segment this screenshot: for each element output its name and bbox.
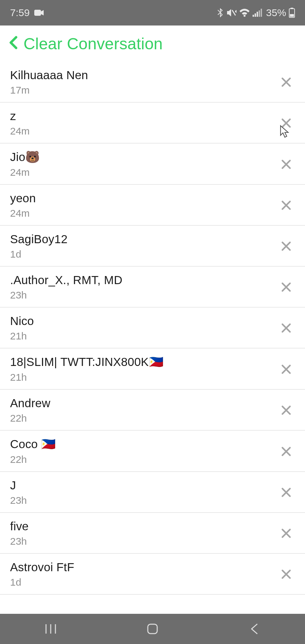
status-bar: 7:59 35%	[0, 0, 305, 25]
battery-percent: 35%	[266, 7, 286, 18]
timestamp: 24m	[10, 167, 40, 178]
conversation-row[interactable]: J 23h	[0, 472, 305, 513]
clear-button[interactable]	[277, 525, 295, 542]
svg-point-2	[244, 15, 246, 17]
svg-rect-0	[34, 10, 41, 16]
contact-name: Kilhuaaaa Nen	[10, 68, 88, 82]
clear-button[interactable]	[277, 319, 295, 337]
svg-rect-7	[261, 9, 262, 17]
timestamp: 24m	[10, 125, 30, 137]
status-left: 7:59	[10, 7, 44, 18]
clear-button[interactable]	[277, 73, 295, 91]
contact-name: z	[10, 109, 30, 123]
row-info: Jio🐻 24m	[10, 150, 40, 178]
contact-name: Nico	[10, 314, 34, 328]
battery-icon	[289, 8, 295, 18]
timestamp: 24m	[10, 208, 36, 219]
clear-button[interactable]	[277, 443, 295, 460]
svg-rect-6	[259, 10, 260, 17]
contact-name: five	[10, 520, 29, 533]
svg-line-1	[232, 10, 235, 15]
contact-name: .Author_X., RMT, MD	[10, 273, 122, 287]
clear-button[interactable]	[277, 156, 295, 173]
clear-button[interactable]	[277, 484, 295, 501]
row-info: Andrew 22h	[10, 396, 50, 424]
clear-button[interactable]	[277, 361, 295, 378]
conversation-row[interactable]: Andrew 22h	[0, 390, 305, 431]
bluetooth-icon	[217, 8, 224, 18]
signal-icon	[253, 9, 262, 17]
content: Clear Conversation Kilhuaaaa Nen 17m z 2…	[0, 25, 305, 614]
timestamp: 23h	[10, 536, 29, 547]
android-nav-bar	[0, 614, 305, 644]
row-info: Kilhuaaaa Nen 17m	[10, 68, 88, 96]
timestamp: 17m	[10, 85, 88, 96]
conversation-row[interactable]: Coco 🇵🇭 22h	[0, 431, 305, 472]
row-info: Astrovoi FtF 1d	[10, 560, 74, 588]
row-info: five 23h	[10, 520, 29, 547]
timestamp: 21h	[10, 330, 34, 342]
contact-name: J	[10, 479, 27, 492]
row-info: J 23h	[10, 479, 27, 506]
svg-rect-3	[253, 15, 254, 17]
nav-recents[interactable]	[31, 623, 71, 635]
contact-name: yeon	[10, 192, 36, 205]
row-info: z 24m	[10, 109, 30, 137]
clear-button[interactable]	[277, 566, 295, 583]
header: Clear Conversation	[0, 25, 305, 62]
svg-rect-14	[148, 624, 157, 634]
timestamp: 1d	[10, 249, 68, 260]
row-info: 18|SLIM| TWTT:JINX800K🇵🇭 21h	[10, 355, 164, 383]
timestamp: 22h	[10, 413, 50, 424]
svg-rect-4	[255, 13, 256, 17]
contact-name: Coco 🇵🇭	[10, 437, 56, 451]
row-info: Coco 🇵🇭 22h	[10, 437, 56, 465]
clear-button[interactable]	[277, 278, 295, 296]
clock: 7:59	[10, 7, 30, 18]
clear-button[interactable]	[277, 237, 295, 255]
row-info: yeon 24m	[10, 192, 36, 219]
timestamp: 23h	[10, 289, 122, 301]
conversation-row[interactable]: Jio🐻 24m	[0, 144, 305, 185]
nav-home[interactable]	[132, 622, 173, 636]
camera-icon	[34, 9, 44, 16]
wifi-icon	[239, 8, 250, 17]
row-info: Nico 21h	[10, 314, 34, 342]
conversation-row[interactable]: 18|SLIM| TWTT:JINX800K🇵🇭 21h	[0, 348, 305, 390]
conversation-list: Kilhuaaaa Nen 17m z 24m Jio🐻 24m	[0, 62, 305, 595]
page-title: Clear Conversation	[24, 35, 163, 53]
back-button[interactable]	[7, 36, 21, 52]
timestamp: 23h	[10, 495, 27, 506]
timestamp: 22h	[10, 454, 56, 465]
contact-name: 18|SLIM| TWTT:JINX800K🇵🇭	[10, 355, 164, 369]
timestamp: 21h	[10, 372, 164, 383]
conversation-row[interactable]: yeon 24m	[0, 185, 305, 226]
status-right: 35%	[217, 7, 295, 18]
svg-rect-10	[290, 14, 294, 17]
svg-rect-5	[257, 12, 258, 17]
conversation-row[interactable]: five 23h	[0, 513, 305, 554]
contact-name: Jio🐻	[10, 150, 40, 164]
conversation-row[interactable]: Kilhuaaaa Nen 17m	[0, 62, 305, 103]
conversation-row[interactable]: SagiBoy12 1d	[0, 226, 305, 267]
conversation-row[interactable]: Nico 21h	[0, 308, 305, 348]
conversation-row[interactable]: .Author_X., RMT, MD 23h	[0, 267, 305, 308]
conversation-row[interactable]: Astrovoi FtF 1d	[0, 554, 305, 595]
clear-button[interactable]	[277, 197, 295, 214]
contact-name: SagiBoy12	[10, 232, 68, 246]
conversation-row[interactable]: z 24m	[0, 103, 305, 144]
timestamp: 1d	[10, 577, 74, 588]
clear-button[interactable]	[277, 401, 295, 419]
clear-button[interactable]	[277, 114, 295, 132]
contact-name: Astrovoi FtF	[10, 560, 74, 574]
row-info: SagiBoy12 1d	[10, 232, 68, 260]
contact-name: Andrew	[10, 396, 50, 410]
row-info: .Author_X., RMT, MD 23h	[10, 273, 122, 301]
mute-vibrate-icon	[226, 8, 236, 17]
nav-back[interactable]	[234, 623, 274, 635]
